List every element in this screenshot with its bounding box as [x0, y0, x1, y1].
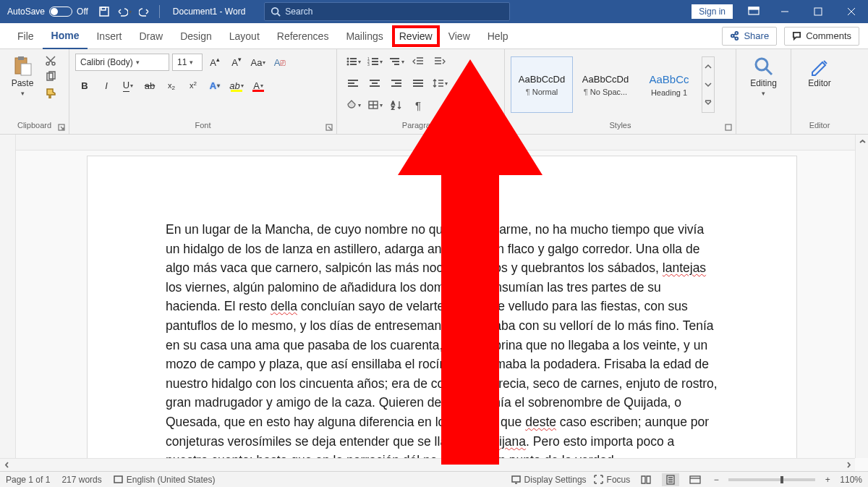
comments-button[interactable]: Comments	[784, 27, 859, 46]
decrease-indent-icon[interactable]	[408, 54, 428, 69]
highlight-color-icon[interactable]: ab▾	[227, 77, 246, 94]
horizontal-scrollbar[interactable]	[0, 458, 855, 471]
tab-file[interactable]: File	[9, 23, 43, 49]
maximize-icon[interactable]	[801, 0, 835, 23]
sort-icon[interactable]: AZ	[386, 97, 407, 113]
change-case-icon[interactable]: Aa▾	[249, 54, 268, 71]
underline-button[interactable]: U▾	[119, 77, 137, 94]
paste-button[interactable]: Paste▾	[6, 54, 39, 97]
scroll-up-icon[interactable]	[856, 135, 868, 148]
tab-references[interactable]: References	[268, 23, 338, 49]
text-effects-icon[interactable]: A▾	[205, 77, 224, 94]
svg-rect-36	[370, 80, 380, 81]
multilevel-list-icon[interactable]: ▾	[386, 54, 407, 69]
zoom-slider[interactable]	[728, 478, 815, 481]
scroll-right-icon[interactable]	[842, 459, 855, 472]
dialog-launcher-icon[interactable]	[724, 124, 733, 132]
svg-rect-5	[814, 8, 822, 15]
svg-rect-51	[114, 476, 122, 483]
page[interactable]: En un lugar de la Mancha, de cuyo nombre…	[88, 156, 796, 471]
word-count[interactable]: 217 words	[61, 475, 101, 485]
line-spacing-icon[interactable]: ▾	[430, 75, 450, 91]
font-color-icon[interactable]: A▾	[249, 77, 268, 94]
search-box[interactable]: Search	[264, 2, 510, 21]
align-right-icon[interactable]	[386, 75, 407, 91]
tab-mailings[interactable]: Mailings	[337, 23, 391, 49]
styles-more-icon[interactable]	[702, 56, 715, 113]
borders-icon[interactable]: ▾	[365, 97, 385, 113]
copy-icon[interactable]	[43, 69, 58, 84]
svg-rect-10	[18, 56, 24, 60]
zoom-level[interactable]: 110%	[840, 475, 862, 485]
editing-button[interactable]: Editing▾	[747, 54, 780, 97]
share-button[interactable]: Share	[722, 27, 777, 46]
style-no-spacing[interactable]: AaBbCcDd ¶ No Spac...	[574, 56, 637, 113]
horizontal-ruler[interactable]	[16, 135, 868, 151]
read-mode-icon[interactable]	[637, 473, 655, 486]
dialog-launcher-icon[interactable]	[57, 124, 66, 132]
svg-rect-27	[372, 61, 378, 62]
justify-icon[interactable]	[408, 75, 428, 91]
align-left-icon[interactable]	[343, 75, 363, 91]
bold-button[interactable]: B	[75, 77, 94, 94]
redo-icon[interactable]	[135, 0, 155, 23]
tab-view[interactable]: View	[440, 23, 479, 49]
undo-icon[interactable]: ▾	[114, 0, 135, 23]
show-hide-icon[interactable]: ¶	[408, 97, 428, 113]
italic-button[interactable]: I	[97, 77, 116, 94]
grow-font-icon[interactable]: A▴	[205, 54, 224, 71]
vertical-scrollbar[interactable]	[855, 135, 868, 458]
minimize-icon[interactable]	[768, 0, 801, 23]
align-center-icon[interactable]	[365, 75, 385, 91]
close-icon[interactable]	[835, 0, 868, 23]
styles-gallery[interactable]: AaBbCcDd ¶ Normal AaBbCcDd ¶ No Spac... …	[511, 54, 715, 113]
format-painter-icon[interactable]	[43, 85, 58, 100]
shrink-font-icon[interactable]: A▾	[227, 54, 246, 71]
ribbon-display-options-icon[interactable]	[739, 7, 768, 17]
font-name-combo[interactable]: Calibri (Body)▾	[75, 54, 169, 71]
tab-layout[interactable]: Layout	[221, 23, 268, 49]
vertical-ruler[interactable]	[0, 135, 16, 471]
svg-rect-4	[749, 7, 759, 9]
scroll-left-icon[interactable]	[0, 459, 13, 472]
focus-button[interactable]: Focus	[594, 475, 631, 485]
increase-indent-icon[interactable]	[430, 54, 450, 69]
font-size-combo[interactable]: 11▾	[172, 54, 203, 71]
svg-point-2	[272, 8, 278, 14]
cut-icon[interactable]	[43, 54, 58, 68]
sign-in-button[interactable]: Sign in	[691, 4, 733, 20]
zoom-out-button[interactable]: −	[711, 475, 721, 485]
svg-text:A: A	[391, 101, 395, 106]
superscript-button[interactable]: x2	[184, 77, 203, 94]
shading-icon[interactable]: ▾	[343, 97, 363, 113]
tab-help[interactable]: Help	[479, 23, 517, 49]
autosave-toggle[interactable]: AutoSave Off	[0, 7, 94, 17]
print-layout-icon[interactable]	[662, 473, 679, 486]
numbering-icon[interactable]: 123▾	[365, 54, 385, 69]
display-settings-button[interactable]: Display Settings	[511, 475, 587, 485]
clear-formatting-icon[interactable]: A⎚	[271, 54, 289, 71]
web-layout-icon[interactable]	[686, 473, 704, 486]
dialog-launcher-icon[interactable]	[325, 124, 333, 132]
style-heading-1[interactable]: AaBbCc Heading 1	[638, 56, 700, 113]
language-indicator[interactable]: English (United States)	[114, 475, 216, 485]
tab-design[interactable]: Design	[171, 23, 221, 49]
editor-button[interactable]: Editor	[803, 54, 836, 88]
page-indicator[interactable]: Page 1 of 1	[6, 475, 50, 485]
tab-review[interactable]: Review	[392, 25, 440, 47]
tab-draw[interactable]: Draw	[130, 23, 171, 49]
svg-point-20	[346, 61, 349, 63]
tab-insert[interactable]: Insert	[88, 23, 130, 49]
style-normal[interactable]: AaBbCcDd ¶ Normal	[511, 56, 573, 113]
dialog-launcher-icon[interactable]	[493, 124, 501, 132]
svg-rect-34	[348, 82, 354, 84]
svg-rect-25	[372, 58, 378, 59]
subscript-button[interactable]: x2	[162, 77, 181, 94]
strikethrough-button[interactable]: ab	[140, 77, 159, 94]
save-icon[interactable]	[94, 0, 114, 23]
document-body-text[interactable]: En un lugar de la Mancha, de cuyo nombre…	[166, 220, 718, 470]
bullets-icon[interactable]: ▾	[343, 54, 363, 69]
zoom-in-button[interactable]: +	[822, 475, 833, 485]
tab-home[interactable]: Home	[43, 23, 88, 49]
group-label-editor: Editor	[791, 121, 848, 134]
